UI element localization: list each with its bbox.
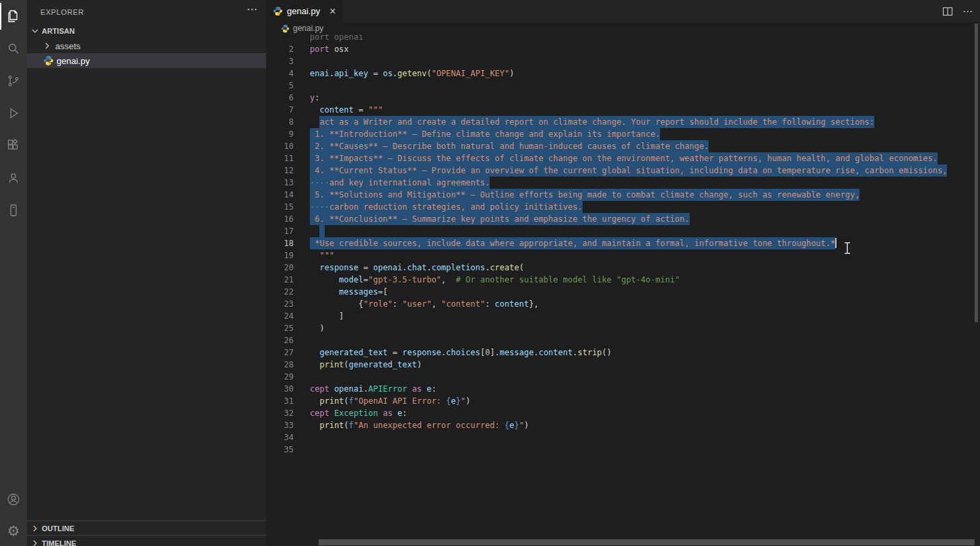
code-line[interactable]: 33 print(f"An unexpected error occurred:… — [266, 419, 980, 431]
line-number: 5 — [266, 80, 294, 92]
assistant-icon[interactable] — [0, 162, 27, 194]
outline-label: OUTLINE — [42, 524, 74, 533]
explorer-more-actions-icon[interactable]: ⋯ — [247, 3, 258, 16]
source-control-icon[interactable] — [0, 65, 27, 97]
editor-more-actions-icon[interactable]: ⋯ — [962, 5, 973, 18]
line-number: 8 — [266, 116, 294, 128]
line-number: 6 — [266, 92, 294, 104]
line-number: 32 — [266, 407, 294, 419]
tab-bar: genai.py × ⋯ — [266, 0, 980, 22]
code-line[interactable]: 10 2. **Causes** — Describe both natural… — [266, 140, 980, 152]
line-number: 12 — [266, 164, 294, 177]
line-number: 35 — [266, 444, 294, 456]
line-number: 2 — [266, 43, 294, 55]
accounts-icon[interactable] — [0, 484, 27, 515]
extensions-icon[interactable] — [0, 129, 27, 162]
code-line[interactable]: 31 print(f"OpenAI API Error: {e}") — [266, 395, 980, 407]
vertical-scrollbar[interactable] — [975, 24, 978, 322]
python-file-icon — [43, 55, 54, 66]
code-line[interactable]: 17 — [266, 225, 980, 237]
code-line[interactable]: 35 — [266, 444, 980, 456]
sidebar-title: EXPLORER — [40, 8, 84, 16]
tab-genai[interactable]: genai.py × — [266, 0, 343, 22]
editor-actions: ⋯ — [942, 0, 973, 22]
code-line[interactable]: 12 4. **Current Status** — Provide an ov… — [266, 164, 980, 177]
line-number: 27 — [266, 346, 294, 359]
code-line[interactable]: 27 generated_text = response.choices[0].… — [266, 346, 980, 359]
line-number: 15 — [266, 201, 294, 213]
timeline-label: TIMELINE — [42, 539, 76, 546]
code-line[interactable]: 11 3. **Impacts** — Discuss the effects … — [266, 152, 980, 164]
code-line[interactable]: 4enai.api_key = os.getenv("OPENAI_API_KE… — [266, 67, 980, 80]
code-line[interactable]: 6y: — [266, 92, 980, 104]
code-line[interactable]: 7 content = """ — [266, 104, 980, 116]
section-artisan[interactable]: ARTISAN — [27, 24, 266, 38]
code-line[interactable]: 24 ] — [266, 310, 980, 322]
code-line[interactable]: 30cept openai.APIError as e: — [266, 383, 980, 395]
code-line[interactable]: 29 — [266, 371, 980, 383]
code-line[interactable]: 15····carbon reduction strategies, and p… — [266, 201, 980, 213]
line-number: 25 — [266, 322, 294, 334]
code-lines: port openai2port osx34enai.api_key = os.… — [266, 31, 980, 456]
line-number: 14 — [266, 189, 294, 201]
line-number: 7 — [266, 104, 294, 116]
section-timeline[interactable]: TIMELINE — [27, 535, 266, 546]
code-line[interactable]: 19 """ — [266, 249, 980, 262]
split-editor-icon[interactable] — [942, 6, 953, 17]
line-number: 3 — [266, 55, 294, 67]
code-line[interactable]: 3 — [266, 55, 980, 67]
code-line[interactable]: 34 — [266, 431, 980, 444]
journal-icon[interactable] — [0, 194, 27, 226]
line-number: 19 — [266, 249, 294, 262]
tree-item-genai[interactable]: genai.py — [27, 53, 266, 68]
line-number: 16 — [266, 213, 294, 225]
tree-item-label: assets — [55, 41, 81, 51]
breadcrumb-item[interactable]: genai.py — [293, 24, 323, 33]
tree-item-assets[interactable]: assets — [27, 38, 266, 53]
line-number: 34 — [266, 431, 294, 444]
code-line[interactable]: 21 model="gpt-3.5-turbo", # Or another s… — [266, 274, 980, 286]
code-line[interactable]: 23 {"role": "user", "content": content}, — [266, 298, 980, 310]
breadcrumb[interactable]: genai.py — [266, 22, 980, 34]
settings-gear-icon[interactable]: ⚙ — [0, 515, 27, 546]
code-line[interactable]: 22 messages=[ — [266, 286, 980, 298]
close-icon[interactable]: × — [329, 6, 335, 17]
code-line[interactable]: 25 ) — [266, 322, 980, 334]
code-line[interactable]: 28 print(generated_text) — [266, 359, 980, 371]
explorer-sidebar: EXPLORER ⋯ ARTISAN assets genai.py OUTLI… — [27, 0, 266, 546]
activity-bar: ⚙ — [0, 0, 27, 546]
line-number: 18 — [266, 237, 294, 249]
line-number: 24 — [266, 310, 294, 322]
search-icon[interactable] — [0, 32, 27, 65]
line-number: 30 — [266, 383, 294, 395]
horizontal-scrollbar[interactable] — [319, 539, 975, 545]
code-line[interactable]: 18 *Use credible sources, include data w… — [266, 237, 980, 249]
code-line[interactable]: 2port osx — [266, 43, 980, 55]
text-caret — [835, 238, 837, 248]
line-number: 26 — [266, 334, 294, 346]
code-line[interactable]: 32cept Exception as e: — [266, 407, 980, 419]
code-line[interactable]: 16 6. **Conclusion** — Summarize key poi… — [266, 213, 980, 225]
code-line[interactable]: 26 — [266, 334, 980, 346]
chevron-down-icon — [30, 26, 40, 36]
chevron-right-icon — [42, 40, 53, 51]
section-outline[interactable]: OUTLINE — [27, 520, 266, 536]
explorer-icon[interactable] — [0, 0, 27, 32]
code-line[interactable]: 9 1. **Introduction** — Define climate c… — [266, 128, 980, 140]
code-line[interactable]: 8 act as a Writer and create a detailed … — [266, 116, 980, 128]
editor[interactable]: port openai2port osx34enai.api_key = os.… — [266, 22, 980, 546]
line-number: 33 — [266, 419, 294, 431]
chevron-right-icon — [30, 523, 40, 534]
run-debug-icon[interactable] — [0, 97, 27, 129]
python-file-icon — [273, 6, 283, 16]
line-number: 31 — [266, 395, 294, 407]
code-line[interactable]: 13····and key international agreements. — [266, 177, 980, 189]
code-line[interactable]: 20 response = openai.chat.completions.cr… — [266, 262, 980, 274]
code-line[interactable]: 14 5. **Solutions and Mitigation** — Out… — [266, 189, 980, 201]
line-number: 28 — [266, 359, 294, 371]
line-number: 10 — [266, 140, 294, 152]
tree-item-label: genai.py — [57, 56, 90, 66]
line-number: 4 — [266, 67, 294, 80]
sidebar-header: EXPLORER ⋯ — [27, 0, 266, 24]
code-line[interactable]: 5 — [266, 80, 980, 92]
